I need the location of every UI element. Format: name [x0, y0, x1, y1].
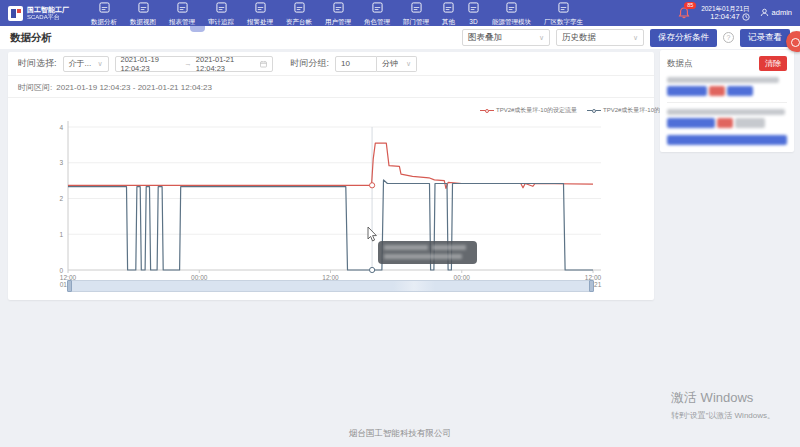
header-date: 2021年01月21日	[701, 5, 749, 13]
chevron-down-icon: ∨	[97, 60, 102, 68]
datazoom-left-handle[interactable]	[67, 280, 72, 292]
redacted-tag	[667, 86, 707, 96]
nav-item-data-view[interactable]: 数据视图	[130, 0, 156, 27]
redacted-tag	[667, 118, 715, 128]
notifications-badge: 85	[684, 2, 696, 10]
nav-item-audit-trail[interactable]: 审计追踪	[208, 0, 234, 27]
date-range-input[interactable]: 2021-01-19 12:04:23 → 2021-01-21 12:04:2…	[115, 56, 273, 72]
calendar-icon	[260, 60, 267, 68]
nav-item-energy-mgmt[interactable]: 能源管理模块	[492, 0, 531, 27]
redacted-point-name	[667, 77, 779, 83]
chevron-down-icon: ∨	[539, 34, 544, 42]
line-chart[interactable]: 0123412:0001-1900:0001-2012:0001-2000:00…	[8, 100, 654, 296]
end-datetime: 2021-01-21 12:04:23	[196, 55, 256, 73]
time-select-label: 时间选择:	[18, 57, 57, 70]
save-analysis-button[interactable]: 保存分析条件	[650, 29, 717, 47]
datazoom-selected-range	[69, 281, 592, 291]
logo-icon	[8, 6, 23, 21]
department-icon	[411, 0, 422, 17]
nav-label: 角色管理	[364, 18, 390, 27]
redacted-action-bar[interactable]	[667, 135, 787, 145]
data-source-select[interactable]: 历史数据 ∨	[556, 29, 644, 46]
notifications-bell[interactable]: 85	[677, 6, 691, 20]
main-nav: 数据分析数据视图报表管理审计追踪报警处理资产台帐用户管理角色管理部门管理其他3D…	[91, 0, 583, 27]
user-menu[interactable]: admin	[760, 8, 792, 17]
data-point-item[interactable]	[667, 109, 787, 128]
misc-icon	[443, 0, 454, 17]
screen: 国工智能工厂 SCADA平台 数据分析数据视图报表管理审计追踪报警处理资产台帐用…	[0, 0, 800, 447]
nav-item-role-mgmt[interactable]: 角色管理	[364, 0, 390, 27]
mouse-cursor	[367, 227, 379, 242]
nav-item-alarm-handling[interactable]: 报警处理	[247, 0, 273, 27]
chart-mode-select[interactable]: 图表叠加 ∨	[462, 29, 550, 46]
floating-widget-button[interactable]	[786, 31, 800, 52]
redacted-tag	[735, 118, 765, 128]
report-icon	[177, 0, 188, 17]
chevron-down-icon: ∨	[633, 34, 638, 42]
redacted-tag	[727, 86, 753, 96]
time-group-label: 时间分组:	[291, 57, 330, 70]
nav-item-user-mgmt[interactable]: 用户管理	[325, 0, 351, 27]
data-points-panel: 数据点 清除	[660, 50, 794, 152]
nav-item-others[interactable]: 其他	[442, 0, 455, 27]
time-range-summary: 时间区间: 2021-01-19 12:04:23 - 2021-01-21 1…	[8, 77, 654, 98]
nav-item-digital-twin[interactable]: 厂区数字孪生	[544, 0, 583, 27]
record-view-button[interactable]: 记录查看	[740, 29, 790, 47]
grid-icon	[138, 0, 149, 17]
nav-label: 其他	[442, 18, 455, 27]
start-datetime: 2021-01-19 12:04:23	[121, 55, 181, 73]
chart-tooltip	[378, 241, 477, 264]
range-arrow: →	[184, 59, 192, 68]
filter-bar: 时间选择: 介于... ∨ 2021-01-19 12:04:23 → 2021…	[8, 52, 654, 76]
nav-label: 厂区数字孪生	[544, 18, 583, 27]
nav-item-report-mgmt[interactable]: 报表管理	[169, 0, 195, 27]
svg-text:1: 1	[59, 231, 63, 238]
cube-icon	[468, 0, 479, 17]
toolbar: 数据分析 图表叠加 ∨ 历史数据 ∨ 保存分析条件 ? 记录查看	[0, 26, 800, 49]
nav-label: 报表管理	[169, 18, 195, 27]
nav-label: 3D	[469, 18, 477, 25]
nav-label: 资产台帐	[286, 18, 312, 27]
datazoom-right-handle[interactable]	[589, 280, 594, 292]
audit-icon	[216, 0, 227, 17]
redacted-tag	[717, 118, 733, 128]
alarm-icon	[255, 0, 266, 17]
time-unit-select[interactable]: 分钟 ∨	[377, 56, 417, 72]
app-logo[interactable]: 国工智能工厂 SCADA平台	[8, 6, 69, 21]
data-point-item[interactable]	[667, 77, 787, 96]
windows-activation-watermark: 激活 Windows 转到“设置”以激活 Windows。	[671, 389, 775, 421]
nav-item-asset-ledger[interactable]: 资产台帐	[286, 0, 312, 27]
time-range-value: 2021-01-19 12:04:23 - 2021-01-21 12:04:2…	[56, 83, 212, 92]
nav-label: 用户管理	[325, 18, 351, 27]
nav-item-data-analysis[interactable]: 数据分析	[91, 0, 117, 27]
top-header: 国工智能工厂 SCADA平台 数据分析数据视图报表管理审计追踪报警处理资产台帐用…	[0, 0, 800, 26]
analysis-panel: 时间选择: 介于... ∨ 2021-01-19 12:04:23 → 2021…	[8, 52, 654, 300]
svg-text:2: 2	[59, 195, 63, 202]
logo-subtitle: SCADA平台	[27, 14, 69, 21]
redacted-point-name	[667, 109, 785, 115]
footer-company: 烟台国工智能科技有限公司	[0, 428, 800, 440]
nav-label: 数据分析	[91, 18, 117, 27]
datazoom-slider[interactable]	[68, 280, 593, 292]
help-icon[interactable]: ?	[723, 32, 734, 43]
user-icon	[333, 0, 344, 17]
chart-icon	[99, 0, 110, 17]
header-time: 12:04:47	[710, 12, 739, 21]
clear-button[interactable]: 清除	[759, 56, 787, 71]
username: admin	[772, 8, 792, 17]
chevron-down-icon: ∨	[406, 60, 411, 68]
nav-item-dept-mgmt[interactable]: 部门管理	[403, 0, 429, 27]
svg-text:3: 3	[59, 159, 63, 166]
time-group-input[interactable]	[335, 56, 377, 72]
data-points-title: 数据点	[667, 58, 693, 70]
time-operator-select[interactable]: 介于... ∨	[63, 56, 109, 72]
nav-item-3d[interactable]: 3D	[468, 0, 479, 25]
asset-icon	[294, 0, 305, 17]
user-icon	[760, 8, 769, 17]
nav-label: 能源管理模块	[492, 18, 531, 27]
role-icon	[372, 0, 383, 17]
factory-icon	[558, 0, 569, 17]
svg-text:0: 0	[59, 267, 63, 274]
clock-icon	[742, 13, 750, 21]
page-title: 数据分析	[10, 31, 52, 45]
